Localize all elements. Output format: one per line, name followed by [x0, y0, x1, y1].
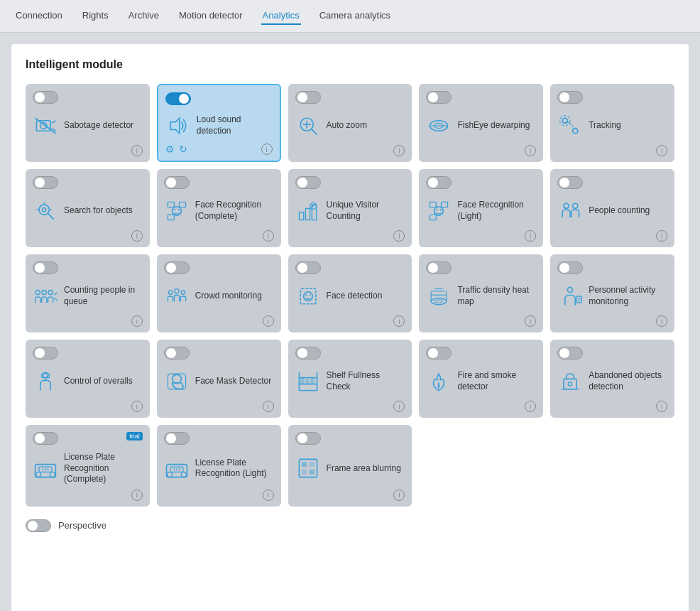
card-lpr-complete: trial✕✓ License Plate Recognition (Compl…	[26, 425, 150, 507]
toggle-knob	[35, 92, 45, 102]
card-frame-blur: ✕✓ Frame area blurringi	[288, 425, 412, 507]
refresh-icon[interactable]: ↻	[179, 144, 187, 155]
toggle-fisheye[interactable]: ✕✓	[426, 91, 452, 104]
toggle-lpr-complete[interactable]: ✕✓	[33, 432, 58, 445]
toggle-loud-sound[interactable]: ✕✓	[165, 92, 191, 105]
svg-point-27	[177, 209, 179, 210]
camera-sabotage-icon	[33, 113, 58, 139]
toggle-face-recognition-complete[interactable]: ✕✓	[164, 176, 190, 189]
toggle-shelf-fullness[interactable]: ✕✓	[295, 347, 321, 359]
toggle-face-detection[interactable]: ✕✓	[295, 261, 321, 274]
toggle-knob	[428, 178, 438, 188]
toggle-lpr-light[interactable]: ✕✓	[164, 432, 190, 445]
trial-badge: trial	[126, 432, 143, 440]
svg-point-39	[564, 203, 569, 208]
toggle-knob	[166, 433, 176, 443]
toggle-search-objects[interactable]: ✕✓	[33, 176, 58, 189]
svg-point-37	[437, 209, 438, 210]
toggle-crowd-monitoring[interactable]: ✕✓	[164, 261, 190, 274]
card-lpr-light: ✕✓ License Plate Recognition (Light)i	[157, 425, 281, 507]
svg-rect-33	[430, 202, 437, 207]
card-label-shelf-fullness: Shelf Fullness Check	[327, 370, 405, 392]
info-icon-face-mask[interactable]: i	[263, 401, 274, 412]
info-icon-auto-zoom[interactable]: i	[393, 145, 405, 156]
toggle-abandoned-objects[interactable]: ✕✓	[557, 347, 583, 359]
toggle-fire-smoke[interactable]: ✕✓	[426, 347, 452, 359]
toggle-face-recognition-light[interactable]: ✕✓	[426, 176, 452, 189]
toggle-traffic-density[interactable]: ✕✓	[426, 261, 452, 274]
card-label-search-objects: Search for objects	[64, 205, 133, 217]
card-traffic-density: ✕✓ Traffic density heat mapi	[419, 254, 543, 332]
svg-point-52	[309, 294, 310, 296]
nav-item-motion-detector[interactable]: Motion detector	[177, 7, 244, 25]
toggle-counting-queue[interactable]: ✕✓	[33, 261, 58, 274]
toggle-control-overalls[interactable]: ✕✓	[33, 347, 58, 359]
toggle-face-mask[interactable]: ✕✓	[164, 347, 190, 359]
toggle-people-counting[interactable]: ✕✓	[557, 176, 583, 189]
toggle-sabotage[interactable]: ✕✓	[33, 91, 58, 104]
info-icon-crowd-monitoring[interactable]: i	[263, 315, 274, 327]
svg-rect-23	[179, 202, 185, 207]
perspective-toggle[interactable]: ✕	[26, 519, 51, 532]
card-counting-queue: ✕✓ Counting people in queuei	[26, 254, 150, 332]
info-icon-lpr-light[interactable]: i	[263, 490, 274, 501]
info-icon-loud-sound[interactable]: i	[261, 144, 273, 155]
info-icon-face-recognition-light[interactable]: i	[525, 230, 536, 242]
nav-item-connection[interactable]: Connection	[14, 7, 64, 25]
card-face-detection: ✕✓ Face detectioni	[288, 254, 412, 332]
svg-point-64	[43, 372, 48, 377]
nav-item-camera-analytics[interactable]: Camera analytics	[318, 7, 392, 25]
toggle-frame-blur[interactable]: ✕✓	[295, 432, 321, 445]
frame-blur-icon	[295, 455, 321, 481]
toggle-knob	[35, 433, 45, 443]
info-icon-sabotage[interactable]: i	[131, 145, 143, 156]
toggle-tracking[interactable]: ✕✓	[557, 91, 583, 104]
card-label-fire-smoke: Fire and smoke detector	[457, 370, 536, 392]
info-icon-face-recognition-complete[interactable]: i	[263, 230, 274, 242]
svg-line-44	[55, 293, 58, 296]
toggle-on-icon: ✓	[182, 95, 187, 102]
info-icon-face-detection[interactable]: i	[393, 315, 405, 327]
svg-point-53	[432, 298, 447, 305]
toggle-knob	[35, 263, 45, 273]
toggle-knob	[35, 178, 45, 188]
info-icon-fisheye[interactable]: i	[525, 145, 536, 156]
info-icon-search-objects[interactable]: i	[131, 230, 143, 242]
card-label-unique-visitor: Unique Visitor Counting	[327, 200, 405, 222]
svg-rect-99	[309, 470, 314, 475]
toggle-unique-visitor[interactable]: ✕✓	[295, 176, 321, 189]
toggle-knob	[166, 348, 176, 358]
nav-item-archive[interactable]: Archive	[127, 7, 160, 25]
info-icon-fire-smoke[interactable]: i	[525, 401, 536, 412]
svg-point-16	[43, 208, 46, 212]
info-icon-lpr-complete[interactable]: i	[131, 490, 143, 501]
info-icon-control-overalls[interactable]: i	[131, 401, 143, 412]
info-icon-counting-queue[interactable]: i	[131, 315, 143, 327]
toggle-personnel-activity[interactable]: ✕✓	[557, 261, 583, 274]
card-label-lpr-complete: License Plate Recognition (Complete)	[64, 452, 143, 485]
fire-icon	[426, 369, 452, 394]
info-icon-people-counting[interactable]: i	[656, 230, 667, 242]
info-icon-traffic-density[interactable]: i	[525, 315, 536, 327]
card-sabotage: ✕✓ Sabotage detectori	[26, 84, 150, 162]
main-container: Intelligent module ✕✓ Sabotage detectori…	[11, 44, 689, 611]
toggle-auto-zoom[interactable]: ✕✓	[295, 91, 321, 104]
settings-icon[interactable]: ⚙	[165, 144, 175, 155]
svg-point-89	[167, 472, 172, 477]
svg-rect-35	[430, 215, 437, 220]
info-icon-frame-blur[interactable]: i	[393, 490, 405, 501]
svg-rect-74	[305, 379, 309, 384]
svg-point-60	[568, 287, 573, 292]
nav-item-rights[interactable]: Rights	[81, 7, 110, 25]
svg-point-83	[50, 472, 55, 477]
card-control-overalls: ✕✓ Control of overallsi	[26, 340, 150, 418]
info-icon-abandoned-objects[interactable]: i	[656, 401, 667, 412]
nav-item-analytics[interactable]: Analytics	[261, 7, 301, 25]
info-icon-personnel-activity[interactable]: i	[656, 315, 667, 327]
info-icon-shelf-fullness[interactable]: i	[393, 401, 405, 412]
svg-rect-49	[300, 288, 316, 304]
info-icon-unique-visitor[interactable]: i	[393, 230, 405, 242]
card-label-face-recognition-light: Face Recognition (Light)	[457, 200, 536, 222]
abandoned-icon	[557, 369, 583, 394]
info-icon-tracking[interactable]: i	[656, 145, 667, 156]
